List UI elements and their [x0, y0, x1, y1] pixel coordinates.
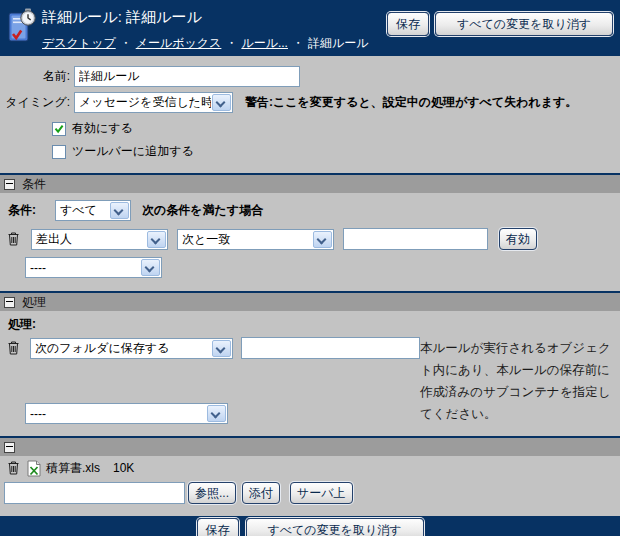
actions-section-title: 処理	[22, 294, 46, 311]
collapse-minus-icon[interactable]	[4, 442, 15, 453]
breadcrumb-separator: ・	[292, 36, 304, 50]
attach-button[interactable]: 添付	[242, 482, 280, 504]
actions-section: 処理: 次のフォルダに保存する 本ルールが実行されるオブジェクト内にあり、本ルー…	[0, 311, 620, 436]
page-header: 詳細ルール: 詳細ルール デスクトップ・メールボックス・ルール...・詳細ルール…	[0, 0, 620, 56]
action-type-select-value: 次のフォルダに保存する	[31, 340, 211, 357]
timing-select-value: メッセージを受信した時	[75, 94, 211, 111]
chevron-down-icon	[212, 94, 231, 111]
name-row: 名前:	[0, 66, 620, 87]
footer-bar: 保存 すべての変更を取り消す	[0, 516, 620, 536]
chevron-down-icon	[141, 259, 160, 276]
timing-select[interactable]: メッセージを受信した時	[74, 92, 233, 113]
check-icon	[54, 124, 64, 134]
conditions-section-title: 条件	[22, 176, 46, 193]
add-action-select-value: ----	[26, 407, 206, 421]
enable-row: 有効にする	[52, 121, 620, 136]
breadcrumb-separator: ・	[225, 36, 237, 50]
breadcrumb-separator: ・	[120, 36, 132, 50]
conditions-section: 条件: すべて 次の条件を満たす場合 差出人 次と一致 有効 ----	[0, 193, 620, 291]
condition-field-select-value: 差出人	[32, 231, 146, 248]
chevron-down-icon	[147, 231, 166, 248]
save-button-top[interactable]: 保存	[387, 12, 429, 36]
add-condition-row: ----	[25, 257, 620, 278]
conditions-section-bar: 条件	[0, 173, 620, 193]
collapse-minus-icon[interactable]	[4, 179, 15, 190]
delete-condition-trash-icon[interactable]	[8, 232, 22, 247]
condition-row: 差出人 次と一致 有効	[8, 228, 620, 250]
name-label: 名前:	[0, 68, 70, 85]
rule-name-input[interactable]	[74, 66, 300, 87]
condition-operator-select[interactable]: 次と一致	[177, 229, 334, 250]
toolbar-label: ツールバーに追加する	[72, 143, 194, 160]
cancel-all-changes-button-bottom[interactable]: すべての変更を取り消す	[246, 518, 424, 536]
general-section: 名前: タイミング: メッセージを受信した時 警告:ここを変更すると、設定中の処…	[0, 56, 620, 173]
collapse-minus-icon[interactable]	[4, 297, 15, 308]
attachments-section-bar	[0, 436, 620, 456]
excel-file-icon	[27, 460, 41, 477]
match-mode-select-value: すべて	[56, 202, 109, 219]
chevron-down-icon	[110, 202, 129, 219]
delete-action-trash-icon[interactable]	[8, 341, 22, 356]
breadcrumb-current: 詳細ルール	[308, 36, 369, 50]
enable-label: 有効にする	[72, 120, 133, 137]
actions-label: 処理:	[8, 316, 620, 333]
header-buttons: 保存 すべての変更を取り消す	[387, 12, 613, 36]
browse-button[interactable]: 参照...	[188, 482, 236, 504]
attachment-row: 積算書.xls 10K	[4, 459, 620, 477]
server-button[interactable]: サーバ上	[290, 482, 353, 504]
enable-condition-button[interactable]: 有効	[499, 228, 537, 250]
toolbar-row: ツールバーに追加する	[52, 144, 620, 159]
action-help-text: 本ルールが実行されるオブジェクト内にあり、本ルールの保存前に作成済みのサブコンテ…	[420, 337, 612, 425]
timing-row: タイミング: メッセージを受信した時 警告:ここを変更すると、設定中の処理がすべ…	[0, 92, 620, 113]
chevron-down-icon	[313, 231, 332, 248]
delete-attachment-trash-icon[interactable]	[8, 461, 22, 476]
match-mode-select[interactable]: すべて	[55, 200, 131, 221]
condition-value-input[interactable]	[343, 228, 488, 250]
condition-field-select[interactable]: 差出人	[31, 229, 168, 250]
attachment-file-name[interactable]: 積算書.xls	[46, 460, 100, 477]
cancel-all-changes-button-top[interactable]: すべての変更を取り消す	[435, 12, 613, 36]
enable-checkbox[interactable]	[52, 122, 66, 136]
rule-book-icon	[7, 7, 37, 48]
timing-label: タイミング:	[0, 94, 70, 111]
match-mode-text: 次の条件を満たす場合	[142, 202, 263, 219]
breadcrumb-mailbox[interactable]: メールボックス	[136, 36, 222, 50]
chevron-down-icon	[212, 340, 231, 357]
breadcrumb-desktop[interactable]: デスクトップ	[42, 36, 116, 50]
actions-section-bar: 処理	[0, 291, 620, 311]
condition-operator-select-value: 次と一致	[178, 231, 312, 248]
add-condition-select-value: ----	[26, 261, 140, 275]
add-action-select[interactable]: ----	[25, 403, 228, 424]
file-upload-row: 参照... 添付 サーバ上	[4, 481, 620, 505]
breadcrumb: デスクトップ・メールボックス・ルール...・詳細ルール	[42, 35, 369, 52]
action-folder-input[interactable]	[241, 337, 420, 359]
action-type-select[interactable]: 次のフォルダに保存する	[30, 338, 233, 359]
save-button-bottom[interactable]: 保存	[197, 518, 239, 536]
attachment-file-size: 10K	[113, 461, 134, 475]
breadcrumb-rules[interactable]: ルール...	[241, 36, 288, 50]
timing-warning: 警告:ここを変更すると、設定中の処理がすべて失われます。	[245, 94, 577, 111]
chevron-down-icon	[207, 405, 226, 422]
toolbar-checkbox[interactable]	[52, 145, 66, 159]
conditions-label: 条件:	[8, 202, 55, 219]
page-title: 詳細ルール: 詳細ルール	[42, 8, 202, 27]
attachments-section: 積算書.xls 10K 参照... 添付 サーバ上	[0, 456, 620, 516]
add-condition-select[interactable]: ----	[25, 257, 162, 278]
file-path-input[interactable]	[4, 482, 185, 504]
condition-match-row: 条件: すべて 次の条件を満たす場合	[8, 200, 620, 221]
